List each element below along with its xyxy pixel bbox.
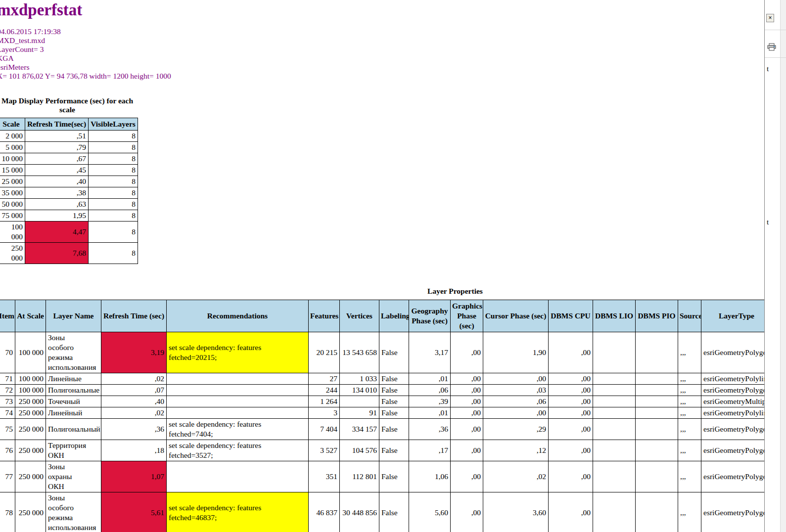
cell-item: 76	[0, 440, 15, 461]
cell-at-scale: 250 000	[15, 419, 46, 440]
cell-dbms-pio	[636, 373, 678, 385]
cell-layer-type: esriGeometryPolygon	[701, 440, 772, 461]
cell-layer-name: Зоны охраны ОКН	[46, 461, 101, 492]
layer-table-row: 73 250 000 Точечный ,40 1 264 False ,39 …	[0, 396, 772, 407]
cell-recommendation: set scale dependency: features fetched=3…	[167, 440, 309, 461]
layer-table-title: Layer Properties	[427, 287, 483, 295]
cell-dbms-cpu: ,00	[549, 419, 593, 440]
printer-icon[interactable]	[767, 43, 776, 53]
cell-layer-type: esriGeometryPolygon	[701, 492, 772, 532]
refresh-time-value: ,40	[25, 176, 89, 187]
column-header-item: Item	[0, 300, 15, 332]
cell-dbms-lio	[593, 373, 636, 385]
cell-features: 46 837	[309, 492, 340, 532]
visible-layers-value: 8	[89, 153, 138, 165]
cell-refresh-time: 3,19	[101, 332, 167, 373]
meta-mxd-filename: MXD_test.mxd	[0, 36, 786, 45]
cell-geography-phase: 1,06	[409, 461, 451, 492]
visible-layers-value: 8	[89, 199, 138, 210]
sliver-divider	[765, 30, 786, 30]
cell-layer-type: esriGeometryMultipoint	[701, 396, 772, 407]
cell-geography-phase: ,01	[409, 407, 451, 419]
scale-table-row: 75 000 1,95 8	[0, 210, 138, 222]
cell-cursor-phase: ,06	[483, 396, 549, 407]
cell-features: 20 215	[309, 332, 340, 373]
cell-cursor-phase: ,00	[483, 373, 549, 385]
column-header-dbms-cpu: DBMS CPU	[549, 300, 593, 332]
cell-geography-phase: ,01	[409, 373, 451, 385]
scale-table-title: Map Display Performance (sec) for each s…	[0, 96, 138, 114]
cell-vertices: 334 157	[340, 419, 379, 440]
cell-source: ,,,	[678, 492, 701, 532]
vertical-scrollbar[interactable]	[780, 0, 786, 532]
scale-table-row: 5 000 ,79 8	[0, 142, 138, 153]
column-header-refresh-time: Refresh Time (sec)	[101, 300, 167, 332]
meta-coordinate-system: KGA	[0, 54, 786, 63]
cell-dbms-cpu: ,00	[549, 332, 593, 373]
cell-item: 70	[0, 332, 15, 373]
refresh-time-value: ,63	[25, 199, 89, 210]
cell-graphics-phase: ,00	[451, 419, 483, 440]
cell-dbms-lio	[593, 385, 636, 396]
cell-layer-name: Линейные	[46, 373, 101, 385]
cell-layer-type: esriGeometryPolygon	[701, 385, 772, 396]
column-header-dbms-pio: DBMS PIO	[636, 300, 678, 332]
column-header-layer-type: LayerType	[701, 300, 772, 332]
cell-vertices: 112 801	[340, 461, 379, 492]
scale-value: 2 000	[0, 131, 25, 142]
scale-value: 10 000	[0, 153, 25, 165]
cell-dbms-cpu: ,00	[549, 440, 593, 461]
cell-vertices: 13 543 658	[340, 332, 379, 373]
column-header-features: Features	[309, 300, 340, 332]
scale-table-body: 2 000 ,51 8 5 000 ,79 8 10 000 ,67 8 15 …	[0, 131, 138, 264]
column-header-visible-layers: VisibleLayers	[89, 118, 138, 131]
cell-dbms-lio	[593, 440, 636, 461]
cell-refresh-time: ,07	[101, 385, 167, 396]
cell-recommendation	[167, 461, 309, 492]
scale-table-header-row: Scale Refresh Time(sec) VisibleLayers	[0, 118, 138, 131]
refresh-time-value: ,79	[25, 142, 89, 153]
clipped-text-fragment: t	[767, 218, 769, 226]
cell-source: ,,,	[678, 419, 701, 440]
scale-table-row: 2 000 ,51 8	[0, 131, 138, 142]
cell-dbms-pio	[636, 396, 678, 407]
cell-recommendation: set scale dependency: features fetched=4…	[167, 492, 309, 532]
cell-dbms-pio	[636, 461, 678, 492]
cell-layer-name: Территория ОКН	[46, 440, 101, 461]
meta-datetime: 04.06.2015 17:19:38	[0, 27, 786, 36]
cell-graphics-phase: ,00	[451, 373, 483, 385]
cell-graphics-phase: ,00	[451, 332, 483, 373]
cell-item: 77	[0, 461, 15, 492]
refresh-time-value: 4,47	[25, 222, 89, 243]
cell-dbms-pio	[636, 419, 678, 440]
scale-value: 50 000	[0, 199, 25, 210]
cell-dbms-pio	[636, 440, 678, 461]
cell-labeling: False	[379, 332, 409, 373]
column-header-dbms-lio: DBMS LIO	[593, 300, 636, 332]
cell-dbms-cpu: ,00	[549, 396, 593, 407]
cell-dbms-lio	[593, 332, 636, 373]
column-header-source: Source	[678, 300, 701, 332]
layer-table-row: 72 100 000 Полигональные ,07 244 134 010…	[0, 385, 772, 396]
cell-layer-name: Зоны особого режима использования	[46, 492, 101, 532]
cell-at-scale: 250 000	[15, 396, 46, 407]
cell-dbms-cpu: ,00	[549, 407, 593, 419]
visible-layers-value: 8	[89, 165, 138, 176]
column-header-graphics-phase: Graphics Phase (sec)	[451, 300, 483, 332]
scale-value: 35 000	[0, 187, 25, 199]
cell-labeling: False	[379, 385, 409, 396]
layer-table-row: 78 250 000 Зоны особого режима использов…	[0, 492, 772, 532]
cell-layer-name: Зоны особого режима использования	[46, 332, 101, 373]
cell-geography-phase: ,36	[409, 419, 451, 440]
cell-vertices: 134 010	[340, 385, 379, 396]
close-icon[interactable]: ×	[766, 14, 774, 22]
scale-value: 5 000	[0, 142, 25, 153]
visible-layers-value: 8	[89, 142, 138, 153]
cell-features: 3 527	[309, 440, 340, 461]
cell-at-scale: 250 000	[15, 407, 46, 419]
cell-cursor-phase: ,12	[483, 440, 549, 461]
cell-labeling: False	[379, 461, 409, 492]
column-header-scale: Scale	[0, 118, 25, 131]
cell-layer-type: esriGeometryPolyline	[701, 373, 772, 385]
cell-cursor-phase: ,02	[483, 461, 549, 492]
